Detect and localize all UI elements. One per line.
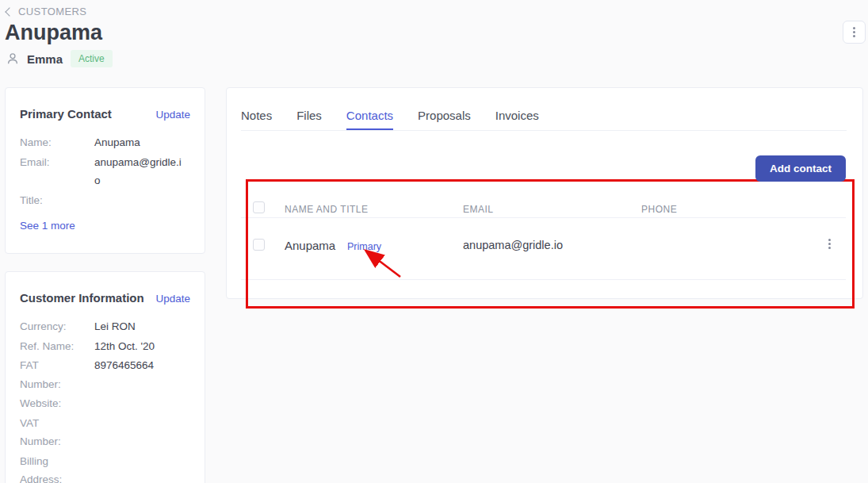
field-billing-address-label: Billing Address: <box>20 452 77 483</box>
field-email-value: anupama@gridle.io <box>94 153 183 190</box>
breadcrumb[interactable]: CUSTOMERS <box>6 6 86 17</box>
status-badge: Active <box>71 50 113 67</box>
field-email: Email: anupama@gridle.io <box>20 153 190 190</box>
primary-contact-title: Primary Contact <box>20 107 112 121</box>
select-all-checkbox[interactable] <box>253 201 265 213</box>
row-divider <box>241 279 846 280</box>
column-header-phone: PHONE <box>641 204 677 215</box>
field-email-label: Email: <box>20 153 77 190</box>
tab-bar: Notes Files Contacts Proposals Invoices <box>241 88 847 131</box>
breadcrumb-label: CUSTOMERS <box>18 6 86 17</box>
field-fat-number: FAT Number: 8976465664 <box>20 356 190 393</box>
tab-files[interactable]: Files <box>296 102 322 130</box>
row-checkbox[interactable] <box>253 239 265 251</box>
field-billing-address: Billing Address: <box>20 452 190 483</box>
tab-proposals[interactable]: Proposals <box>418 102 471 130</box>
field-vat-number: VAT Number: <box>20 414 190 451</box>
field-website: Website: <box>20 394 190 413</box>
tab-invoices[interactable]: Invoices <box>495 102 539 130</box>
field-name-label: Name: <box>20 133 77 152</box>
field-name-value: Anupama <box>94 133 140 152</box>
field-currency-value: Lei RON <box>94 317 136 336</box>
field-fat-number-value: 8976465664 <box>94 356 154 393</box>
primary-contact-update-link[interactable]: Update <box>155 109 190 121</box>
contact-name: Anupama <box>285 239 335 252</box>
add-contact-button[interactable]: Add contact <box>755 155 846 182</box>
primary-contact-card: Primary Contact Update Name: Anupama Ema… <box>5 87 205 254</box>
details-panel: Notes Files Contacts Proposals Invoices … <box>226 87 863 299</box>
primary-tag-link[interactable]: Primary <box>347 241 381 252</box>
tab-notes[interactable]: Notes <box>241 102 272 130</box>
customer-information-update-link[interactable]: Update <box>155 293 190 305</box>
kebab-icon <box>853 27 855 37</box>
customer-information-title: Customer Information <box>20 291 144 305</box>
page: CUSTOMERS Anupama Emma Active Primary Co… <box>0 0 868 483</box>
customer-owner-name: Emma <box>27 52 63 66</box>
field-currency-label: Currency: <box>20 317 77 336</box>
field-ref-name-label: Ref. Name: <box>20 337 77 356</box>
field-website-label: Website: <box>20 394 77 413</box>
see-more-link[interactable]: See 1 more <box>20 220 75 232</box>
back-chevron-icon <box>5 7 13 16</box>
header-divider <box>241 217 846 218</box>
customer-information-card: Customer Information Update Currency: Le… <box>5 271 205 483</box>
page-title: Anupama <box>5 21 102 45</box>
field-currency: Currency: Lei RON <box>20 317 190 336</box>
field-ref-name: Ref. Name: 12th Oct. '20 <box>20 337 190 356</box>
field-title: Title: <box>20 191 190 210</box>
row-kebab-icon <box>828 239 831 249</box>
customer-meta: Emma Active <box>6 50 113 67</box>
page-actions-button[interactable] <box>843 21 866 44</box>
tab-contacts[interactable]: Contacts <box>346 102 393 130</box>
field-title-label: Title: <box>20 191 77 210</box>
field-vat-number-label: VAT Number: <box>20 414 77 451</box>
column-header-email: EMAIL <box>463 204 494 215</box>
column-header-name: NAME AND TITLE <box>285 204 368 215</box>
field-ref-name-value: 12th Oct. '20 <box>94 337 155 356</box>
person-icon <box>6 52 19 65</box>
row-actions-button[interactable] <box>820 234 839 253</box>
contact-email: anupama@gridle.io <box>463 239 563 251</box>
field-fat-number-label: FAT Number: <box>20 356 77 393</box>
field-name: Name: Anupama <box>20 133 190 152</box>
